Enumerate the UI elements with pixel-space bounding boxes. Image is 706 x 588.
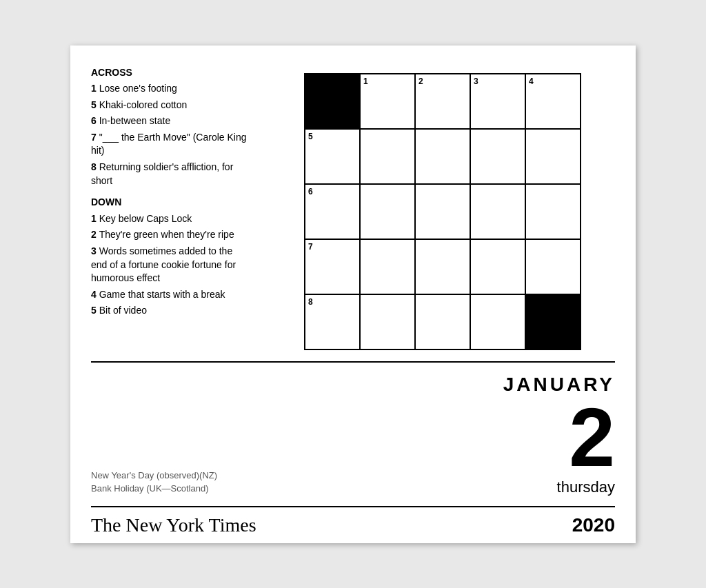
clue-text: Bit of video	[99, 305, 147, 316]
cell-number: 6	[308, 187, 313, 196]
clue-number: 4	[91, 289, 99, 300]
cell-number: 5	[308, 132, 313, 141]
grid-cell-3-4[interactable]	[526, 240, 581, 295]
grid-cell-0-3[interactable]: 3	[471, 74, 526, 130]
day-number: 2	[569, 396, 615, 478]
clue-across-7: 7 "___ the Earth Move" (Carole King hit)	[91, 131, 250, 158]
grid-cell-0-1[interactable]: 1	[361, 74, 416, 130]
clue-text: Words sometimes added to the end of a fo…	[91, 245, 236, 283]
clue-text: Khaki-colored cotton	[99, 99, 188, 110]
clue-number: 3	[91, 245, 99, 256]
cell-number: 7	[308, 242, 313, 252]
clue-number: 1	[91, 83, 99, 94]
clue-text: They're green when they're ripe	[99, 229, 234, 240]
grid-cell-1-1[interactable]	[361, 130, 416, 185]
grid-cell-4-3[interactable]	[471, 295, 526, 350]
grid-cell-2-4[interactable]	[526, 185, 581, 240]
clue-number: 6	[91, 115, 99, 126]
grid-wrapper: 12345678	[270, 66, 615, 350]
clue-number: 2	[91, 229, 99, 240]
cell-number: 2	[418, 77, 423, 86]
holiday-1: New Year's Day (observed)(NZ)	[91, 470, 463, 480]
bottom-right: JANUARY 2 thursday	[463, 374, 615, 496]
clue-text: Game that starts with a break	[99, 289, 225, 300]
page: ACROSS 1 Lose one's footing 5 Khaki-colo…	[70, 45, 636, 543]
grid-cell-3-0[interactable]: 7	[305, 240, 361, 295]
footer: The New York Times 2020	[91, 506, 615, 543]
grid-cell-1-3[interactable]	[471, 130, 526, 185]
top-section: ACROSS 1 Lose one's footing 5 Khaki-colo…	[91, 66, 615, 350]
clue-down-3: 3 Words sometimes added to the end of a …	[91, 245, 250, 285]
clue-down-2: 2 They're green when they're ripe	[91, 228, 250, 242]
across-title: ACROSS	[91, 66, 250, 80]
clue-down-1: 1 Key below Caps Lock	[91, 212, 250, 226]
grid-cell-0-0	[305, 74, 361, 130]
cell-number: 3	[474, 77, 478, 86]
cell-number: 8	[308, 297, 313, 307]
clue-number: 1	[91, 213, 99, 224]
grid-cell-1-4[interactable]	[526, 130, 581, 185]
clues-panel: ACROSS 1 Lose one's footing 5 Khaki-colo…	[91, 66, 250, 350]
grid-cell-2-0[interactable]: 6	[305, 185, 361, 240]
clue-text: Returning soldier's affliction, for shor…	[91, 161, 233, 186]
clue-number: 8	[91, 161, 99, 172]
cell-number: 4	[529, 77, 534, 86]
grid-cell-0-4[interactable]: 4	[526, 74, 581, 130]
grid-cell-4-1[interactable]	[361, 295, 416, 350]
clue-across-5: 5 Khaki-colored cotton	[91, 99, 250, 112]
clue-text: "___ the Earth Move" (Carole King hit)	[91, 132, 247, 156]
clue-across-1: 1 Lose one's footing	[91, 82, 250, 96]
bottom-left: New Year's Day (observed)(NZ) Bank Holid…	[91, 374, 463, 496]
grid-cell-3-1[interactable]	[361, 240, 416, 295]
clue-across-8: 8 Returning soldier's affliction, for sh…	[91, 161, 250, 187]
bottom-section: New Year's Day (observed)(NZ) Bank Holid…	[91, 361, 615, 506]
clue-text: Key below Caps Lock	[99, 213, 192, 224]
nyt-logo: The New York Times	[91, 514, 256, 536]
grid-cell-4-0[interactable]: 8	[305, 295, 361, 350]
grid-cell-2-1[interactable]	[361, 185, 416, 240]
clue-down-4: 4 Game that starts with a break	[91, 288, 250, 302]
grid-cell-4-4	[526, 295, 581, 350]
grid-cell-2-2[interactable]	[416, 185, 471, 240]
clue-across-6: 6 In-between state	[91, 114, 250, 128]
clue-text: Lose one's footing	[99, 83, 177, 94]
down-clues: DOWN 1 Key below Caps Lock 2 They're gre…	[91, 196, 250, 318]
grid-cell-3-3[interactable]	[471, 240, 526, 295]
clue-down-5: 5 Bit of video	[91, 304, 250, 318]
grid-cell-4-2[interactable]	[416, 295, 471, 350]
grid-cell-2-3[interactable]	[471, 185, 526, 240]
grid-cell-1-2[interactable]	[416, 130, 471, 185]
holiday-2: Bank Holiday (UK—Scotland)	[91, 483, 463, 494]
clue-number: 5	[91, 99, 99, 110]
cell-number: 1	[363, 77, 368, 86]
grid-cell-0-2[interactable]: 2	[416, 74, 471, 130]
crossword-grid[interactable]: 12345678	[304, 73, 581, 350]
grid-cell-1-0[interactable]: 5	[305, 130, 361, 185]
down-title: DOWN	[91, 196, 250, 210]
clue-number: 7	[91, 132, 99, 143]
clue-text: In-between state	[99, 115, 171, 126]
grid-cell-3-2[interactable]	[416, 240, 471, 295]
day-name: thursday	[557, 478, 615, 496]
clue-number: 5	[91, 305, 99, 316]
year-label: 2020	[572, 514, 615, 536]
